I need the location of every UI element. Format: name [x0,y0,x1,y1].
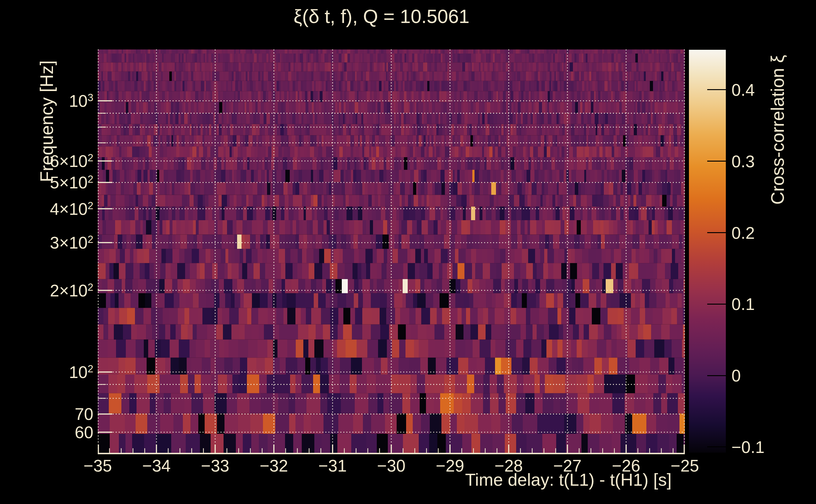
qscan-figure: ξ(δ t, f), Q = 10.5061 Frequency [Hz] 10… [0,0,816,504]
chart-title: ξ(δ t, f), Q = 10.5061 [294,7,469,26]
colorbar-tick-mark [707,375,726,376]
colorbar-tick-mark [707,232,726,233]
x-tick-label: −30 [360,457,423,474]
colorbar-tick-label: 0.3 [732,153,755,169]
y-tick-label: 3×102 [50,234,93,251]
colorbar-tick-mark [707,446,726,447]
x-tick-label: −33 [183,457,247,474]
y-tick-label: 103 [69,93,93,109]
y-tick-label: 5×102 [50,174,93,191]
colorbar-tick-mark [707,304,726,305]
colorbar-title: Cross-correlation ξ [769,55,787,204]
colorbar-tick-label: 0.4 [732,81,755,98]
x-axis-title: Time delay: t(L1) - t(H1) [s] [465,471,672,489]
y-tick-label: 60 [75,424,93,441]
colorbar-tick-label: 0.1 [732,296,755,312]
x-tick-label: −32 [243,457,306,474]
y-tick-label: 2×102 [50,282,93,299]
x-tick-label: −31 [301,457,364,474]
x-tick-label: −35 [66,457,129,474]
x-tick-label: −34 [125,457,188,474]
y-tick-label: 6×102 [50,153,93,169]
y-tick-label: 4×102 [50,200,93,217]
colorbar-tick-mark [707,161,726,162]
y-tick-label: 102 [69,364,93,381]
colorbar-gradient [689,50,726,453]
colorbar-tick-mark [707,89,726,90]
colorbar-tick-label: 0 [732,367,741,384]
colorbar-tick-label: −0.1 [732,438,765,455]
y-tick-label: 70 [75,406,93,422]
colorbar-tick-label: 0.2 [732,224,755,241]
heatmap-canvas [98,49,685,454]
